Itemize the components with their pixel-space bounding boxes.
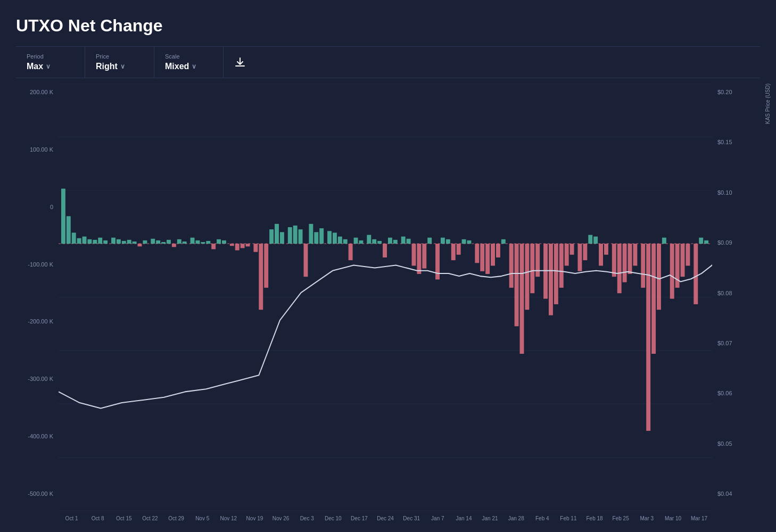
period-control[interactable]: Period Max ∨ <box>16 47 85 78</box>
svg-rect-66 <box>383 244 387 257</box>
svg-rect-100 <box>577 244 582 271</box>
svg-rect-65 <box>377 241 382 244</box>
svg-rect-120 <box>694 244 698 304</box>
svg-rect-60 <box>349 244 353 260</box>
svg-rect-33 <box>195 240 200 244</box>
svg-rect-41 <box>241 244 245 248</box>
svg-rect-96 <box>554 244 558 304</box>
svg-rect-47 <box>275 224 279 244</box>
svg-rect-31 <box>183 242 187 244</box>
svg-rect-27 <box>161 242 166 244</box>
svg-rect-106 <box>612 244 616 277</box>
svg-rect-110 <box>633 244 637 265</box>
price-chevron: ∨ <box>120 63 125 70</box>
svg-rect-52 <box>304 244 308 277</box>
svg-rect-104 <box>599 244 603 265</box>
svg-rect-83 <box>480 244 484 271</box>
svg-rect-113 <box>651 244 656 354</box>
svg-rect-112 <box>646 244 650 431</box>
chart-area: 200.00 K 100.00 K 0 -100.00 K -200.00 K … <box>16 84 760 513</box>
svg-rect-15 <box>93 240 97 244</box>
page-title: UTXO Net Change <box>16 16 760 36</box>
svg-rect-54 <box>314 232 318 244</box>
scale-label: Scale <box>165 53 212 60</box>
period-value[interactable]: Max ∨ <box>27 62 74 71</box>
svg-rect-102 <box>588 235 592 244</box>
svg-rect-22 <box>133 242 137 244</box>
svg-rect-79 <box>457 244 461 255</box>
svg-rect-116 <box>670 244 674 298</box>
svg-rect-118 <box>681 244 685 277</box>
svg-rect-9 <box>61 189 65 244</box>
svg-rect-92 <box>530 244 534 293</box>
svg-rect-69 <box>401 237 406 244</box>
svg-rect-38 <box>222 240 226 244</box>
svg-rect-11 <box>72 232 76 244</box>
y-axis-left: 200.00 K 100.00 K 0 -100.00 K -200.00 K … <box>16 84 59 513</box>
svg-rect-49 <box>288 227 292 244</box>
svg-rect-84 <box>485 244 490 274</box>
controls-bar: Period Max ∨ Price Right ∨ Scale Mixed ∨ <box>16 46 760 78</box>
svg-rect-42 <box>246 244 250 246</box>
svg-rect-119 <box>686 244 690 265</box>
svg-rect-107 <box>617 244 622 293</box>
svg-rect-10 <box>67 216 71 244</box>
scale-control[interactable]: Scale Mixed ∨ <box>154 47 224 78</box>
svg-rect-97 <box>559 244 564 288</box>
chart-canvas <box>59 84 712 513</box>
svg-rect-70 <box>407 239 411 244</box>
scale-chevron: ∨ <box>192 63 196 70</box>
svg-rect-73 <box>422 244 426 269</box>
svg-rect-80 <box>462 239 466 244</box>
svg-rect-20 <box>122 241 126 244</box>
svg-rect-109 <box>628 244 632 274</box>
svg-rect-76 <box>441 238 445 244</box>
svg-rect-53 <box>309 224 313 244</box>
svg-rect-72 <box>417 244 421 274</box>
svg-rect-39 <box>230 244 234 246</box>
svg-rect-37 <box>217 239 221 244</box>
svg-rect-108 <box>623 244 627 282</box>
svg-rect-78 <box>451 244 456 260</box>
svg-rect-122 <box>704 240 708 244</box>
svg-rect-103 <box>593 237 598 244</box>
price-control[interactable]: Price Right ∨ <box>85 47 154 78</box>
svg-rect-30 <box>177 239 181 244</box>
price-label: Price <box>96 53 143 60</box>
svg-rect-98 <box>565 244 569 265</box>
svg-rect-29 <box>172 244 176 247</box>
svg-rect-114 <box>657 244 661 310</box>
svg-rect-45 <box>264 244 268 288</box>
svg-rect-88 <box>509 244 514 288</box>
svg-rect-67 <box>388 238 392 244</box>
svg-rect-75 <box>435 244 440 279</box>
y-axis-right: $0.20 $0.15 $0.10 $0.09 $0.08 $0.07 $0.0… <box>712 84 760 513</box>
period-chevron: ∨ <box>46 63 51 70</box>
svg-rect-18 <box>111 238 115 244</box>
download-button[interactable] <box>224 50 257 74</box>
svg-rect-14 <box>87 239 92 244</box>
svg-rect-63 <box>367 235 371 244</box>
svg-rect-95 <box>549 244 553 315</box>
svg-rect-105 <box>604 244 608 255</box>
svg-rect-35 <box>206 241 210 244</box>
price-value[interactable]: Right ∨ <box>96 62 143 71</box>
svg-rect-62 <box>359 240 363 244</box>
scale-value[interactable]: Mixed ∨ <box>165 62 212 71</box>
svg-rect-55 <box>319 228 324 244</box>
svg-rect-91 <box>525 244 529 310</box>
svg-rect-81 <box>467 240 472 244</box>
svg-rect-74 <box>427 238 432 244</box>
svg-rect-89 <box>515 244 519 326</box>
svg-rect-40 <box>235 244 240 250</box>
x-axis: Oct 1 Oct 8 Oct 15 Oct 22 Oct 29 Nov 5 N… <box>59 513 712 521</box>
svg-rect-48 <box>280 232 284 244</box>
svg-rect-24 <box>143 240 147 244</box>
svg-rect-12 <box>77 238 81 244</box>
svg-rect-44 <box>259 244 263 310</box>
svg-rect-26 <box>156 240 160 244</box>
svg-rect-57 <box>333 232 337 244</box>
svg-rect-28 <box>167 240 171 244</box>
svg-rect-77 <box>446 239 450 244</box>
svg-rect-23 <box>138 244 142 246</box>
